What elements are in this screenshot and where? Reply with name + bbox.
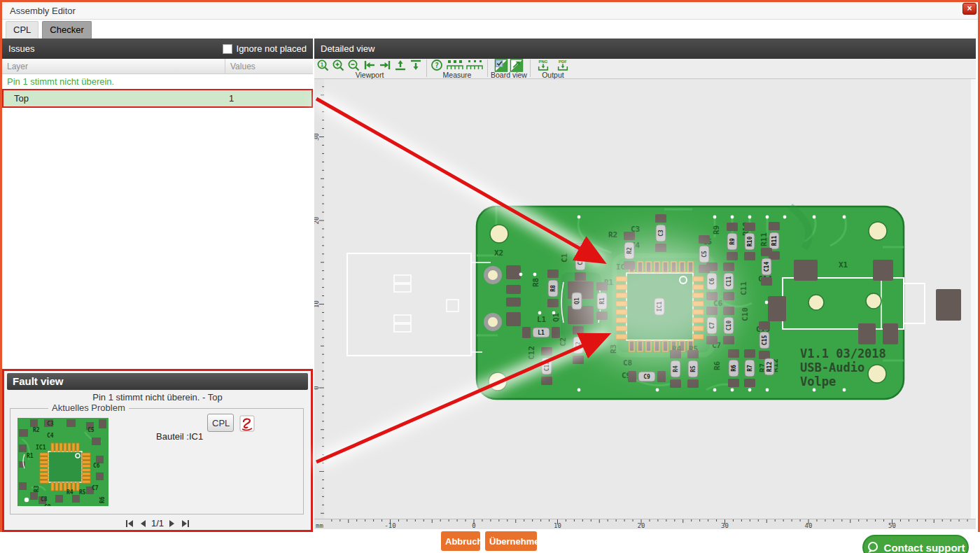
svg-text:R1: R1 <box>599 298 606 304</box>
scrollbar[interactable] <box>971 79 976 529</box>
svg-text:C15: C15 <box>762 335 768 346</box>
silkscreen-label: R3 <box>609 344 618 354</box>
component-badge-R5: R5 <box>687 350 699 388</box>
component-badge-C2: C2 <box>573 326 584 364</box>
svg-text:20: 20 <box>638 522 645 529</box>
svg-text:10: 10 <box>554 522 561 529</box>
pdf-export-icon[interactable] <box>239 415 255 432</box>
component-badge-C6: C6 <box>706 262 718 300</box>
svg-text:V1.1 03/2018: V1.1 03/2018 <box>800 346 886 360</box>
svg-text:C6: C6 <box>709 278 715 285</box>
ignore-not-placed-checkbox[interactable] <box>223 44 232 54</box>
svg-text:R2: R2 <box>33 427 40 433</box>
component-badge-R2: R2 <box>624 232 635 270</box>
board-canvas[interactable]: X2R8C1R2C3C4C5R9R10R11IC1R1Q1L1C2C12R3C8… <box>314 79 976 529</box>
svg-text:C3: C3 <box>47 421 54 427</box>
svg-text:R5: R5 <box>690 365 696 372</box>
toolbar-group-output: PNG PDF Output <box>533 59 573 78</box>
vertical-ruler: 3020100 <box>314 79 324 529</box>
component-badge-L1: L1 <box>522 327 560 338</box>
component-badge-C1: C1 <box>575 243 586 281</box>
svg-text:C6: C6 <box>93 463 100 469</box>
next-page-button[interactable] <box>167 519 177 528</box>
speech-bubble-icon <box>867 541 879 553</box>
svg-text:L1: L1 <box>538 330 545 336</box>
svg-text:IC1: IC1 <box>36 444 46 451</box>
window-title: Assembly Editor <box>10 6 76 16</box>
svg-text:R10: R10 <box>747 237 753 247</box>
silkscreen-label: C1 <box>560 253 569 262</box>
cancel-button[interactable]: Abbruch <box>441 531 480 551</box>
svg-text:R7: R7 <box>747 365 753 372</box>
svg-text:R4: R4 <box>66 489 74 496</box>
svg-text:Volpe: Volpe <box>800 374 836 388</box>
silkscreen-label: X1 <box>839 260 848 270</box>
cpl-button[interactable]: CPL <box>207 414 234 432</box>
silkscreen-label: R2 <box>608 230 617 239</box>
svg-text:C14: C14 <box>764 262 770 272</box>
measure-group-label: Measure <box>443 72 472 78</box>
column-layer[interactable]: Layer <box>2 62 225 71</box>
svg-text:C7: C7 <box>709 322 715 329</box>
component-badge-C7: C7 <box>706 307 718 344</box>
component-badge-R7: R7 <box>744 349 755 387</box>
issue-row-top[interactable]: Top 1 <box>2 89 313 108</box>
close-button[interactable]: × <box>962 3 976 15</box>
first-page-button[interactable] <box>125 519 134 528</box>
png-label: PNG <box>539 59 548 64</box>
component-badge-R9: R9 <box>727 223 738 260</box>
apply-button[interactable]: Übernehmen <box>485 531 537 551</box>
issues-title: Issues <box>8 43 35 54</box>
component-badge-C10: C10 <box>723 307 734 344</box>
current-problem-group: Aktuelles Problem R2C3C4C5IC1R1C6R3C8R4R… <box>10 408 304 514</box>
zoom-100-button[interactable]: 1 <box>316 59 331 72</box>
usb-connector-outline <box>347 253 471 356</box>
tab-bar: CPL Checker <box>2 20 92 38</box>
contact-support-button[interactable]: Contact support <box>862 535 969 553</box>
output-group-label: Output <box>542 72 564 78</box>
toolbar-separator <box>426 59 427 77</box>
svg-text:R6: R6 <box>731 365 737 372</box>
svg-text:C4: C4 <box>47 433 54 439</box>
silkscreen-label: Q1 <box>552 312 561 322</box>
tab-cpl[interactable]: CPL <box>6 21 38 38</box>
last-page-button[interactable] <box>181 519 190 528</box>
viewport-group-label: Viewport <box>356 72 384 78</box>
horizontal-ruler: -1001020304050mm <box>314 519 976 529</box>
detailed-view-title: Detailed view <box>321 43 374 54</box>
silkscreen-label: R11 <box>760 232 769 246</box>
issue-group-row[interactable]: Pin 1 stimmt nicht überein. <box>2 74 313 89</box>
tab-checker[interactable]: Checker <box>42 21 91 38</box>
svg-text:20: 20 <box>314 217 320 225</box>
fit-bottom-button[interactable] <box>408 59 424 72</box>
svg-text:IC1: IC1 <box>657 302 663 312</box>
component-badge-C15: C15 <box>759 321 770 359</box>
svg-text:mm: mm <box>316 522 323 529</box>
issue-row-layer: Top <box>14 93 29 104</box>
component-badge-C11: C11 <box>723 262 734 300</box>
previous-page-button[interactable] <box>138 519 148 528</box>
toolbar-separator <box>530 59 531 77</box>
silkscreen-label: R6 <box>713 360 722 370</box>
contact-support-label: Contact support <box>884 542 965 553</box>
ignore-not-placed-label: Ignore not placed <box>237 43 307 54</box>
silkscreen-label: C2 <box>559 337 568 346</box>
svg-text:USB-Audio: USB-Audio <box>800 360 864 374</box>
boardview-group-label: Board view <box>491 72 527 78</box>
detail-toolbar: 1 Viewport ? Measure <box>314 59 976 79</box>
page-indicator: 1/1 <box>151 518 164 528</box>
silkscreen-label: R8 <box>531 278 540 287</box>
fit-top-button[interactable] <box>393 59 408 72</box>
column-values[interactable]: Values <box>225 59 313 74</box>
component-badge-R12: R12 <box>764 358 774 375</box>
svg-text:R1: R1 <box>27 453 34 459</box>
issues-header: Issues Ignore not placed <box>2 38 313 59</box>
svg-text:R11: R11 <box>771 236 778 246</box>
svg-text:R3: R3 <box>34 485 40 492</box>
zoom-in-button[interactable] <box>331 59 346 72</box>
titlebar: Assembly Editor <box>2 2 978 20</box>
detailed-view-header: Detailed view <box>314 38 976 59</box>
component-badge-R10: R10 <box>744 223 755 260</box>
component-badge-C12: C12 <box>541 347 552 385</box>
svg-text:50: 50 <box>888 522 896 529</box>
